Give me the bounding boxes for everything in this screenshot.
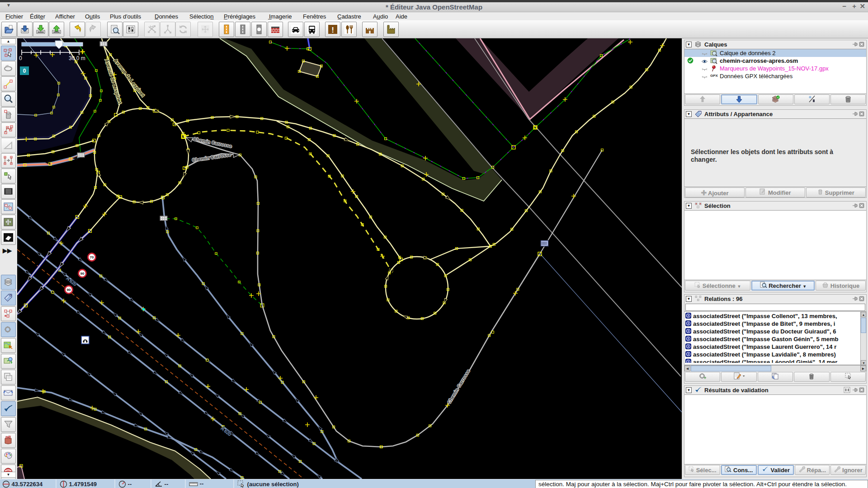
svg-text:90: 90: [80, 272, 85, 276]
svg-text:90: 90: [67, 288, 71, 292]
svg-text:30.0 m: 30.0 m: [69, 55, 85, 61]
svg-text:A 620: A 620: [220, 426, 232, 437]
svg-text:0: 0: [23, 68, 26, 74]
svg-text:!: !: [331, 26, 334, 34]
svg-text:A 620: A 620: [66, 276, 78, 287]
svg-text:0: 0: [19, 55, 22, 61]
svg-text:Chemin Carrosse: Chemin Carrosse: [192, 152, 231, 163]
svg-text:Chemin Carrosse: Chemin Carrosse: [446, 368, 471, 405]
svg-text:70: 70: [90, 255, 94, 259]
